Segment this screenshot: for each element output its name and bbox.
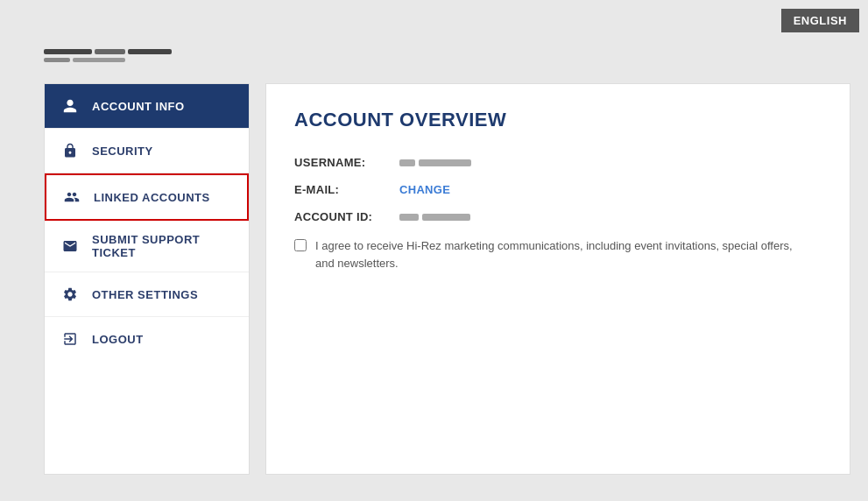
person-icon [60, 96, 80, 116]
sidebar-label-other-settings: OTHER SETTINGS [92, 288, 198, 301]
email-row: E-MAIL: CHANGE [294, 183, 822, 196]
account-id-row: ACCOUNT ID: [294, 210, 822, 223]
marketing-text: I agree to receive Hi-Rez marketing comm… [315, 237, 806, 272]
language-button[interactable]: ENGLISH [781, 9, 859, 32]
logout-icon [60, 329, 80, 349]
page-title: ACCOUNT OVERVIEW [294, 109, 822, 131]
username-row: USERNAME: [294, 156, 822, 169]
sidebar-item-logout[interactable]: LOGOUT [45, 317, 249, 361]
sidebar-item-account-info[interactable]: ACCOUNT INFO [45, 84, 249, 129]
sidebar: ACCOUNT INFO SECURITY LINKED ACCOUNTS [44, 83, 250, 475]
username-label: USERNAME: [294, 156, 399, 169]
logo [44, 42, 201, 68]
sidebar-label-account-info: ACCOUNT INFO [92, 100, 185, 113]
sidebar-item-other-settings[interactable]: OTHER SETTINGS [45, 272, 249, 317]
sidebar-label-security: SECURITY [92, 145, 153, 158]
sidebar-item-linked-accounts[interactable]: LINKED ACCOUNTS [45, 173, 249, 221]
username-value [399, 159, 471, 166]
gear-icon [60, 285, 80, 304]
envelope-icon [60, 236, 80, 256]
sidebar-item-submit-support-ticket[interactable]: SUBMIT SUPPORT TICKET [45, 221, 249, 272]
account-id-label: ACCOUNT ID: [294, 210, 399, 223]
marketing-checkbox[interactable] [294, 239, 307, 251]
email-label: E-MAIL: [294, 183, 399, 196]
linked-person-icon [62, 187, 81, 207]
change-email-link[interactable]: CHANGE [399, 183, 450, 196]
content-area: ACCOUNT OVERVIEW USERNAME: E-MAIL: CHANG… [265, 83, 850, 475]
marketing-consent-row: I agree to receive Hi-Rez marketing comm… [294, 237, 822, 272]
lock-icon [60, 141, 80, 160]
main-layout: ACCOUNT INFO SECURITY LINKED ACCOUNTS [44, 83, 850, 475]
account-id-value [399, 214, 470, 221]
sidebar-label-support-ticket: SUBMIT SUPPORT TICKET [92, 233, 233, 259]
sidebar-label-logout: LOGOUT [92, 333, 144, 346]
sidebar-label-linked-accounts: LINKED ACCOUNTS [94, 191, 210, 204]
sidebar-item-security[interactable]: SECURITY [45, 129, 249, 173]
